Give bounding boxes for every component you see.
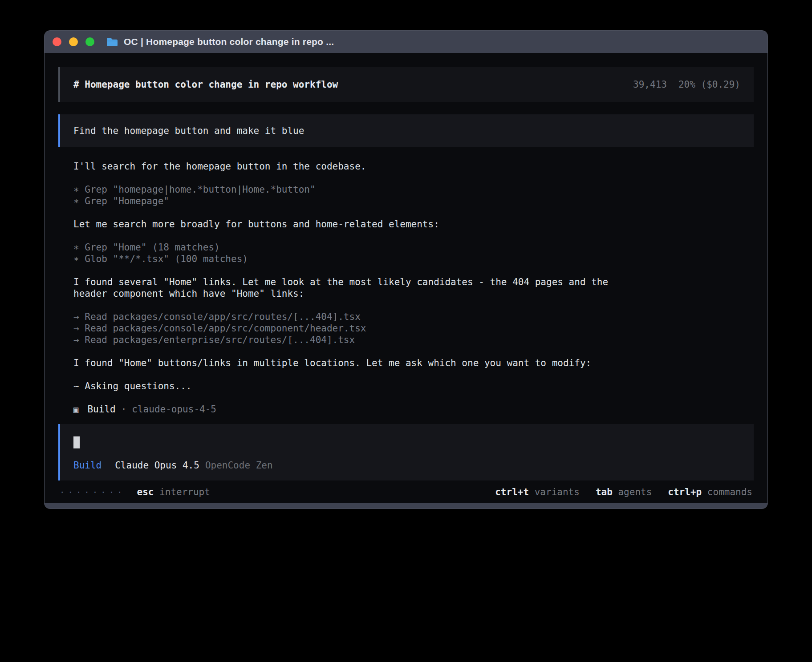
close-button[interactable]	[53, 37, 61, 46]
tool-call-group: → Read packages/console/app/src/routes/[…	[73, 311, 739, 346]
input-footer: Build Claude Opus 4.5 OpenCode Zen	[73, 460, 740, 471]
assistant-text: I'll search for the homepage button in t…	[73, 161, 739, 172]
agents-hint: tab agents	[596, 487, 652, 497]
window-title: OC | Homepage button color change in rep…	[124, 36, 334, 47]
tool-call: → Read packages/enterprise/src/routes/[.…	[73, 334, 739, 346]
variants-hint: ctrl+t variants	[495, 487, 580, 497]
variants-label: variants	[535, 487, 580, 497]
agent-icon: ▣	[73, 404, 78, 415]
tool-call: ∗ Glob "**/*.tsx" (100 matches)	[73, 253, 739, 265]
tool-call: ∗ Grep "Homepage"	[73, 195, 739, 207]
agents-label: agents	[618, 487, 652, 497]
mode-label[interactable]: Build	[73, 460, 102, 471]
assistant-text: I found "Home" buttons/links in multiple…	[73, 357, 739, 369]
user-message-text: Find the homepage button and make it blu…	[73, 125, 304, 136]
assistant-text: ~ Asking questions...	[73, 380, 739, 392]
tool-call-group: ∗ Grep "homepage|home.*button|Home.*butt…	[73, 184, 739, 207]
commands-label: commands	[707, 487, 752, 497]
tool-call: → Read packages/console/app/src/routes/[…	[73, 311, 739, 323]
assistant-paragraph: Let me search more broadly for buttons a…	[73, 218, 739, 230]
assistant-text: header component which have "Home" links…	[73, 288, 739, 299]
statusbar-left: ········ esc interrupt	[60, 487, 210, 497]
statusbar: ········ esc interrupt ctrl+t variants t…	[58, 480, 754, 503]
session-stats: 39,413 20% ($0.29)	[633, 79, 740, 90]
text-cursor	[73, 436, 80, 448]
tool-call-group: ∗ Grep "Home" (18 matches) ∗ Glob "**/*.…	[73, 242, 739, 265]
terminal-content: # Homepage button color change in repo w…	[45, 53, 767, 503]
assistant-paragraph: ~ Asking questions...	[73, 380, 739, 392]
model-label[interactable]: Claude Opus 4.5	[115, 460, 199, 471]
prompt-input[interactable]: Build Claude Opus 4.5 OpenCode Zen	[58, 424, 754, 480]
tool-call: → Read packages/console/app/src/componen…	[73, 323, 739, 334]
conversation: I'll search for the homepage button in t…	[58, 147, 754, 415]
variants-key: ctrl+t	[495, 487, 529, 497]
assistant-text: Let me search more broadly for buttons a…	[73, 218, 739, 230]
assistant-paragraph: I found "Home" buttons/links in multiple…	[73, 357, 739, 369]
traffic-lights	[53, 37, 94, 46]
tool-call: ∗ Grep "homepage|home.*button|Home.*butt…	[73, 184, 739, 195]
assistant-text: I found several "Home" links. Let me loo…	[73, 276, 739, 288]
terminal-window: OC | Homepage button color change in rep…	[44, 30, 768, 509]
esc-label: interrupt	[159, 487, 210, 497]
esc-key: esc	[137, 487, 154, 497]
agent-model: claude-opus-4-5	[132, 404, 216, 415]
commands-hint: ctrl+p commands	[668, 487, 752, 497]
commands-key: ctrl+p	[668, 487, 702, 497]
agent-separator: ·	[121, 404, 127, 415]
token-count: 39,413	[633, 79, 667, 90]
assistant-paragraph: I'll search for the homepage button in t…	[73, 161, 739, 172]
assistant-paragraph: I found several "Home" links. Let me loo…	[73, 276, 739, 299]
esc-hint: esc interrupt	[137, 487, 210, 497]
minimize-button[interactable]	[69, 37, 78, 46]
provider-label: OpenCode Zen	[205, 460, 273, 471]
session-title: # Homepage button color change in repo w…	[73, 79, 338, 90]
agent-name: Build	[87, 404, 115, 415]
titlebar: OC | Homepage button color change in rep…	[45, 31, 767, 53]
agents-key: tab	[596, 487, 613, 497]
context-cost: 20% ($0.29)	[678, 79, 740, 90]
spinner-icon: ········	[60, 487, 126, 497]
user-message: Find the homepage button and make it blu…	[58, 114, 754, 147]
zoom-button[interactable]	[85, 37, 94, 46]
agent-status-row: ▣ Build · claude-opus-4-5	[73, 404, 739, 415]
tool-call: ∗ Grep "Home" (18 matches)	[73, 242, 739, 253]
folder-icon	[106, 37, 118, 47]
statusbar-right: ctrl+t variants tab agents ctrl+p comman…	[495, 487, 752, 497]
session-header: # Homepage button color change in repo w…	[58, 67, 754, 102]
